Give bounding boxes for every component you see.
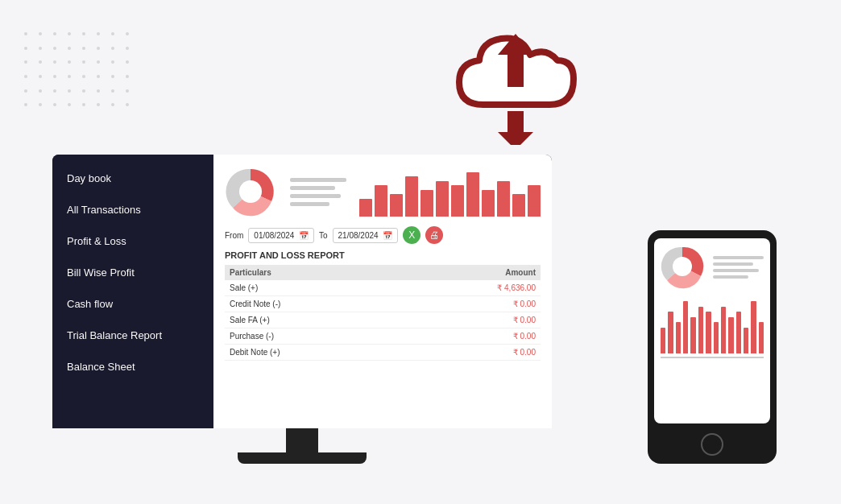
phone-bar-item [744,328,748,354]
phone-chart-baseline [661,357,764,358]
bar-item [528,185,541,217]
pie-chart [225,166,277,218]
from-label: From [225,231,243,240]
profit-loss-table: Particulars Amount Sale (+)₹ 4,636.00Cre… [225,265,541,361]
monitor-screen: Day book All Transactions Profit & Loss … [52,155,552,428]
table-row: Sale (+)₹ 4,636.00 [225,280,541,296]
phone-screen [654,238,770,423]
phone-bar-item [668,312,673,353]
col-amount: Amount [401,265,541,280]
to-label: To [319,231,328,240]
amount-cell: ₹ 0.00 [401,328,541,345]
text-lines-decoration [290,178,346,206]
phone-bar-item [759,322,764,353]
table-row: Purchase (-)₹ 0.00 [225,328,541,345]
phone-top-row [661,245,764,289]
date-filter-row: From 01/08/2024 📅 To 21/08/2024 📅 X 🖨 [225,226,541,244]
from-date-input[interactable]: 01/08/2024 📅 [248,228,314,243]
amount-cell: ₹ 0.00 [401,345,541,361]
amount-cell: ₹ 0.00 [401,296,541,312]
phone-bar-item [714,322,719,353]
phone-bar-item [706,312,710,353]
phone-text-lines [713,256,764,279]
report-title: PROFIT AND LOSS REPORT [225,250,541,260]
particulars-cell: Sale FA (+) [225,312,401,328]
stand-base [238,452,367,464]
phone-bar-item [721,307,726,354]
phone-bar-item [728,317,733,354]
phone-bar-item [690,317,695,354]
print-button[interactable]: 🖨 [425,226,443,244]
bar-item [420,190,433,217]
bar-item [512,194,525,217]
particulars-cell: Debit Note (+) [225,345,401,361]
amount-cell: ₹ 0.00 [401,312,541,328]
phone-bar-item [683,301,688,353]
col-particulars: Particulars [225,265,401,280]
amount-cell: ₹ 4,636.00 [401,280,541,296]
export-excel-button[interactable]: X [403,226,420,244]
phone-pie-chart [661,245,705,289]
sidebar-item-balance-sheet[interactable]: Balance Sheet [52,351,213,382]
monitor-content-area: From 01/08/2024 📅 To 21/08/2024 📅 X 🖨 PR… [213,155,552,428]
monitor-sidebar: Day book All Transactions Profit & Loss … [52,155,213,428]
particulars-cell: Purchase (-) [225,328,401,345]
bar-item [405,176,418,217]
bar-item [375,185,387,217]
phone-bar-item [698,307,703,354]
phone-body [648,230,777,464]
monitor-stand [52,428,552,464]
stand-neck [286,428,318,452]
sidebar-item-bill-wise-profit[interactable]: Bill Wise Profit [52,257,213,288]
monitor-wrapper: Day book All Transactions Profit & Loss … [52,155,552,464]
phone-bar-item [751,301,756,353]
bar-item [359,199,372,217]
phone-bar-item [661,328,665,354]
bar-chart-monitor [359,168,541,217]
particulars-cell: Sale (+) [225,280,401,296]
bar-item [482,190,495,217]
bar-item [466,172,479,217]
cloud-sync-illustration [435,16,596,148]
bar-item [436,181,449,217]
bar-item [390,194,403,217]
to-date-input[interactable]: 21/08/2024 📅 [333,228,399,243]
particulars-cell: Credit Note (-) [225,296,401,312]
dot-grid-decoration [24,32,121,113]
sidebar-item-cash-flow[interactable]: Cash flow [52,288,213,320]
bar-item [497,181,510,217]
phone-home-button[interactable] [701,433,723,456]
table-row: Credit Note (-)₹ 0.00 [225,296,541,312]
svg-marker-1 [498,111,533,145]
table-row: Debit Note (+)₹ 0.00 [225,345,541,361]
phone-bar-chart [661,297,764,353]
svg-point-5 [673,257,692,276]
sidebar-item-profit-loss[interactable]: Profit & Loss [52,225,213,257]
phone-bar-item [676,322,681,353]
svg-point-3 [239,180,262,203]
charts-row [225,166,541,218]
sidebar-item-daybook[interactable]: Day book [52,163,213,194]
sidebar-item-trial-balance[interactable]: Trial Balance Report [52,320,213,351]
sidebar-item-all-transactions[interactable]: All Transactions [52,194,213,225]
cloud-svg [435,16,596,145]
phone-wrapper [648,230,777,464]
phone-bar-item [736,312,741,353]
table-row: Sale FA (+)₹ 0.00 [225,312,541,328]
bar-item [451,185,464,217]
